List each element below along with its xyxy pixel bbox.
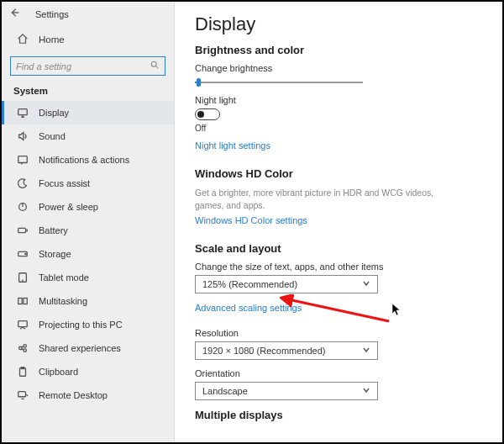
sidebar-item-focus-assist[interactable]: Focus assist [2,172,174,195]
window-frame: Settings Home System Display Sound [0,0,504,444]
night-light-settings-link[interactable]: Night light settings [195,140,270,151]
scale-label: Change the size of text, apps, and other… [195,262,482,272]
svg-rect-9 [24,299,27,304]
multitasking-icon [17,295,29,307]
night-light-state: Off [195,124,482,133]
sidebar-nav: Display Sound Notifications & actions Fo… [2,101,174,442]
night-light-label: Night light [195,95,482,105]
storage-icon [17,248,29,260]
cursor-icon [391,303,402,316]
app-title: Settings [35,9,69,19]
sidebar-item-tablet-mode[interactable]: Tablet mode [2,266,174,289]
sidebar-item-label: Multitasking [39,296,87,306]
svg-rect-1 [18,109,28,115]
clipboard-icon [17,366,29,378]
sidebar-item-storage[interactable]: Storage [2,242,174,266]
home-nav[interactable]: Home [2,28,174,51]
sidebar-item-label: Display [39,108,69,118]
shared-icon [17,342,29,354]
brightness-slider[interactable] [195,77,363,88]
section-brightness-color: Brightness and color [195,44,482,56]
sidebar-item-shared-experiences[interactable]: Shared experiences [2,336,174,360]
sidebar-item-label: Battery [39,225,68,235]
search-box[interactable] [10,56,165,76]
orientation-select[interactable]: Landscape [195,382,378,400]
sidebar-item-display[interactable]: Display [2,101,174,124]
back-icon[interactable] [8,7,20,21]
sidebar-item-label: Notifications & actions [39,155,129,165]
advanced-scaling-link[interactable]: Advanced scaling settings [195,303,302,313]
search-icon [150,60,160,72]
chevron-down-icon [362,346,370,356]
svg-rect-2 [18,156,28,163]
svg-rect-4 [18,228,26,232]
sidebar-item-sound[interactable]: Sound [2,124,174,148]
main-content: Display Brightness and color Change brig… [175,2,502,442]
resolution-value: 1920 × 1080 (Recommended) [202,346,325,356]
orientation-value: Landscape [202,386,248,396]
hd-color-settings-link[interactable]: Windows HD Color settings [195,215,307,225]
projecting-icon [17,319,29,330]
orientation-label: Orientation [195,368,482,378]
page-title: Display [195,13,482,35]
chevron-down-icon [362,386,370,396]
sidebar-item-label: Shared experiences [39,343,121,353]
sidebar-item-label: Focus assist [39,178,90,188]
sidebar-item-power-sleep[interactable]: Power & sleep [2,195,174,219]
sound-icon [17,130,29,142]
sidebar-item-remote-desktop[interactable]: Remote Desktop [2,383,174,407]
section-multiple-displays: Multiple displays [195,409,482,421]
resolution-select[interactable]: 1920 × 1080 (Recommended) [195,341,378,360]
svg-point-12 [24,345,27,348]
sidebar-item-projecting[interactable]: Projecting to this PC [2,313,174,336]
battery-icon [17,225,29,236]
scale-select[interactable]: 125% (Recommended) [195,275,378,293]
moon-icon [17,177,29,189]
sidebar-item-label: Remote Desktop [39,390,108,400]
svg-point-0 [151,61,156,66]
sidebar-item-label: Clipboard [39,367,78,377]
svg-point-6 [25,253,26,254]
notifications-icon [17,154,29,166]
remote-icon [17,389,29,401]
sidebar: Settings Home System Display Sound [2,2,175,442]
search-input[interactable] [16,61,142,71]
tablet-icon [17,272,29,283]
scale-value: 125% (Recommended) [202,279,297,289]
sidebar-item-label: Power & sleep [39,202,98,212]
svg-rect-16 [18,392,26,397]
svg-line-17 [288,299,389,321]
titlebar: Settings [2,2,174,26]
home-icon [17,33,29,46]
power-icon [17,201,29,213]
sidebar-item-clipboard[interactable]: Clipboard [2,360,174,383]
change-brightness-label: Change brightness [195,63,482,73]
sidebar-item-label: Projecting to this PC [39,320,123,330]
slider-thumb-icon [197,78,201,87]
sidebar-item-notifications[interactable]: Notifications & actions [2,148,174,172]
resolution-label: Resolution [195,328,482,338]
hd-color-desc: Get a brighter, more vibrant picture in … [195,187,438,211]
svg-point-13 [24,349,27,352]
sidebar-item-label: Tablet mode [39,272,89,283]
monitor-icon [17,107,29,119]
sidebar-item-label: Sound [39,131,66,141]
sidebar-item-multitasking[interactable]: Multitasking [2,289,174,313]
chevron-down-icon [362,279,370,289]
home-label: Home [39,34,65,45]
sidebar-header: System [2,82,174,101]
svg-rect-10 [18,321,28,327]
sidebar-item-label: Storage [39,249,71,259]
section-hd-color: Windows HD Color [195,167,482,180]
night-light-toggle[interactable] [195,108,220,120]
sidebar-item-battery[interactable]: Battery [2,219,174,242]
section-scale-layout: Scale and layout [195,242,482,255]
svg-rect-8 [18,299,22,304]
